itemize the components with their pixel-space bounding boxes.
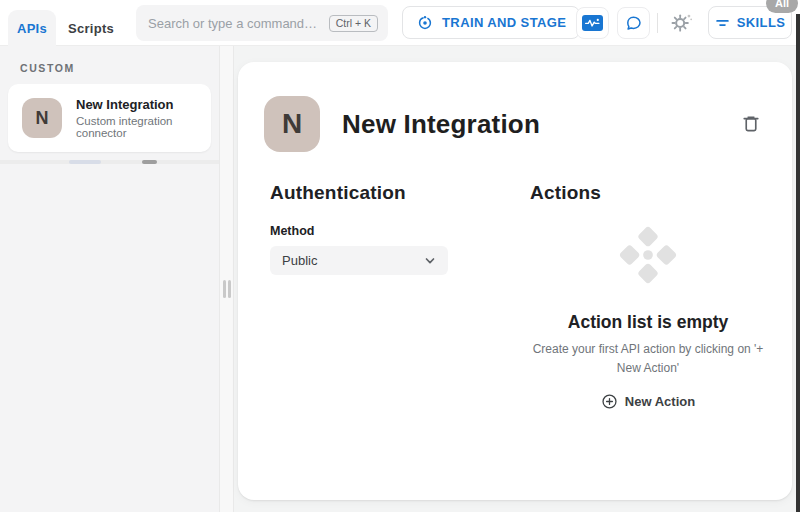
new-action-label: New Action [625, 394, 695, 409]
gear-icon [671, 12, 693, 34]
top-bar: APIs Scripts Ctrl + K TRAIN AND STAGE [0, 0, 800, 46]
panel-resize-handle[interactable] [223, 280, 231, 298]
sidebar: CUSTOM N New Integration Custom integrat… [0, 46, 219, 512]
target-icon [416, 14, 434, 32]
workspace-button[interactable] [576, 7, 609, 39]
actions-section: Actions Action list is empty [530, 182, 766, 410]
empty-state-description: Create your first API action by clicking… [530, 340, 766, 377]
integration-avatar-large: N [264, 96, 320, 152]
sidebar-partial-segment [69, 160, 101, 164]
integration-header: N New Integration [238, 62, 792, 152]
chat-button[interactable] [617, 7, 650, 39]
method-select[interactable]: Public [270, 246, 448, 275]
integration-detail-card: N New Integration Authentication [238, 62, 792, 500]
tab-scripts-label: Scripts [68, 21, 114, 36]
method-select-value: Public [282, 253, 317, 268]
pulse-card-icon [582, 15, 603, 31]
sidebar-partial-segment [142, 160, 157, 164]
search-input[interactable] [148, 16, 329, 31]
skills-label: SKILLS [737, 15, 786, 30]
right-edge-strip [796, 14, 800, 512]
actions-empty-state: Action list is empty Create your first A… [530, 224, 766, 410]
train-and-stage-button[interactable]: TRAIN AND STAGE [402, 6, 580, 39]
tab-apis[interactable]: APIs [8, 10, 56, 47]
trash-icon [740, 113, 762, 135]
chat-bubble-icon [624, 14, 643, 33]
sidebar-item-new-integration[interactable]: N New Integration Custom integration con… [8, 84, 211, 152]
integration-avatar: N [22, 98, 62, 138]
actions-heading: Actions [530, 182, 766, 204]
train-and-stage-label: TRAIN AND STAGE [442, 15, 566, 30]
authentication-section: Authentication Method Public [270, 182, 530, 410]
settings-button[interactable] [669, 10, 695, 36]
tab-apis-label: APIs [17, 21, 47, 36]
keyboard-shortcut-badge: Ctrl + K [329, 15, 378, 32]
new-action-button[interactable]: New Action [601, 393, 695, 410]
delete-integration-button[interactable] [736, 109, 766, 139]
page-title: New Integration [342, 109, 540, 140]
empty-state-title: Action list is empty [568, 312, 728, 333]
integration-name: New Integration [76, 97, 197, 112]
integration-description: Custom integration connector [76, 115, 197, 139]
main-panel: N New Integration Authentication [234, 46, 800, 512]
plus-circle-icon [601, 393, 618, 410]
all-badge: All [766, 0, 798, 13]
header-divider [657, 13, 658, 33]
diamond-cluster-icon [617, 224, 679, 286]
sidebar-partial-item [0, 160, 219, 164]
chevron-down-icon [422, 253, 438, 269]
filter-icon [715, 17, 730, 29]
authentication-heading: Authentication [270, 182, 530, 204]
content-area: CUSTOM N New Integration Custom integrat… [0, 46, 800, 512]
command-search[interactable]: Ctrl + K [136, 5, 388, 41]
panel-gutter [219, 46, 234, 512]
tab-scripts[interactable]: Scripts [58, 10, 124, 47]
sidebar-section-label: CUSTOM [20, 62, 219, 74]
method-label: Method [270, 224, 530, 238]
integration-body: Authentication Method Public Actions [238, 152, 792, 410]
